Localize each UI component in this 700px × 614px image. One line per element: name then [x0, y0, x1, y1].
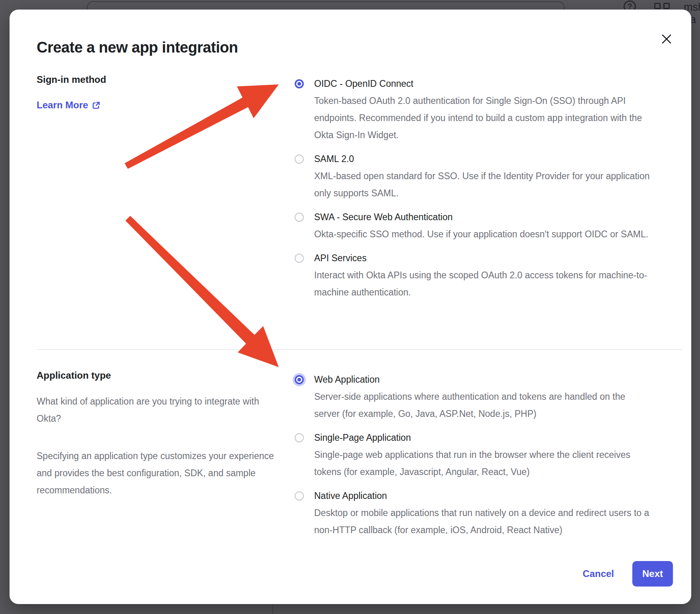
application-type-question: What kind of application are you trying …	[37, 393, 276, 427]
radio-option-description: XML-based open standard for SSO. Use if …	[314, 168, 651, 202]
learn-more-link[interactable]: Learn More	[37, 100, 100, 111]
application-type-heading: Application type	[37, 370, 276, 381]
radio-option-native-application[interactable]: Native Application Desktop or mobile app…	[295, 487, 685, 539]
radio-option-label[interactable]: SAML 2.0	[314, 151, 354, 168]
radio-option-single-page-application[interactable]: Single-Page Application Single-page web …	[295, 429, 685, 481]
radio-option-label[interactable]: Web Application	[314, 371, 380, 388]
radio-unselected-icon[interactable]	[295, 254, 304, 263]
radio-option-description: Interact with Okta APIs using the scoped…	[314, 267, 651, 301]
close-icon[interactable]	[659, 32, 674, 46]
radio-option-description: Server-side applications where authentic…	[314, 388, 651, 422]
radio-unselected-icon[interactable]	[295, 213, 304, 222]
application-type-options: Web Application Server-side applications…	[295, 371, 685, 546]
next-button[interactable]: Next	[632, 561, 673, 587]
external-link-icon	[92, 101, 100, 110]
cancel-button[interactable]: Cancel	[583, 568, 614, 579]
radio-unselected-icon[interactable]	[295, 491, 304, 501]
app-switcher-icon	[654, 3, 670, 9]
radio-option-swa[interactable]: SWA - Secure Web Authentication Okta-spe…	[295, 209, 685, 243]
radio-option-description: Single-page web applications that run in…	[314, 446, 651, 481]
radio-option-web-application[interactable]: Web Application Server-side applications…	[295, 371, 685, 422]
dialog-title: Create a new app integration	[37, 39, 238, 56]
radio-option-api-services[interactable]: API Services Interact with Okta APIs usi…	[295, 250, 685, 301]
radio-unselected-icon[interactable]	[295, 433, 304, 442]
radio-option-label[interactable]: SWA - Secure Web Authentication	[314, 209, 453, 226]
application-type-note: Specifying an application type customize…	[37, 448, 276, 499]
radio-option-label[interactable]: Native Application	[314, 487, 387, 504]
background-divider	[272, 604, 273, 614]
radio-option-saml[interactable]: SAML 2.0 XML-based open standard for SSO…	[295, 151, 685, 202]
sign-in-method-column: Sign-in method Learn More	[37, 74, 276, 111]
radio-option-label[interactable]: OIDC - OpenID Connect	[314, 75, 413, 92]
learn-more-label: Learn More	[37, 100, 88, 111]
radio-unselected-icon[interactable]	[295, 154, 304, 164]
radio-option-label[interactable]: API Services	[314, 250, 367, 267]
radio-option-description: Okta-specific SSO method. Use if your ap…	[314, 226, 651, 243]
application-type-column: Application type What kind of applicatio…	[37, 370, 276, 499]
radio-selected-icon[interactable]	[295, 79, 304, 88]
radio-selected-icon[interactable]	[295, 375, 304, 384]
radio-option-label[interactable]: Single-Page Application	[314, 429, 411, 446]
create-app-integration-dialog: Create a new app integration Sign-in met…	[10, 10, 691, 604]
sign-in-method-heading: Sign-in method	[37, 74, 276, 86]
sign-in-method-options: OIDC - OpenID Connect Token-based OAuth …	[295, 75, 685, 308]
dialog-footer: Cancel Next	[583, 561, 673, 587]
section-divider	[37, 349, 682, 350]
radio-option-oidc[interactable]: OIDC - OpenID Connect Token-based OAuth …	[295, 75, 685, 144]
radio-option-description: Desktop or mobile applications that run …	[314, 504, 651, 539]
radio-option-description: Token-based OAuth 2.0 authentication for…	[314, 92, 651, 144]
